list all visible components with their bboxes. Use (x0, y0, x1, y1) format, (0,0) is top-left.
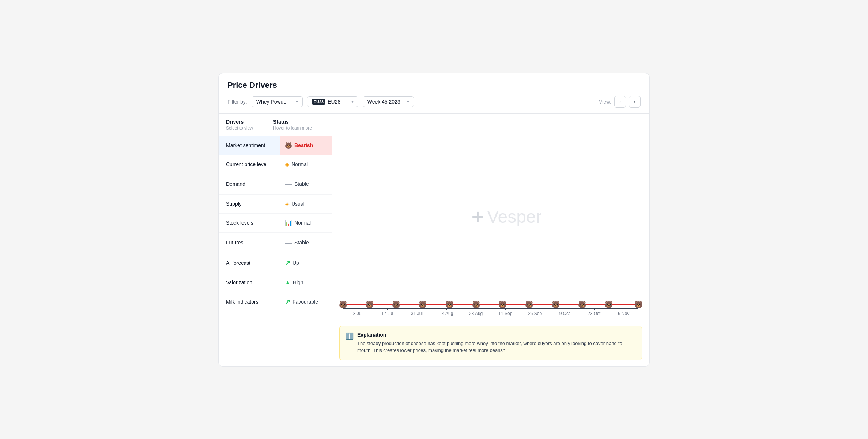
driver-row-milk[interactable]: Milk indicators ↗ Favourable (219, 292, 332, 312)
status-text-supply: Usual (291, 201, 305, 207)
driver-name-market-sentiment: Market sentiment (219, 136, 280, 154)
x-tick-4: 28 Aug (461, 311, 491, 316)
status-column-header: Status Hover to learn more (273, 119, 324, 131)
watermark: + Vesper (471, 204, 541, 229)
main-container: Price Drivers Filter by: Whey Powder ▾ E… (218, 73, 650, 367)
info-icon: ℹ️ (346, 332, 354, 354)
bear-3: 🐻 (419, 301, 427, 309)
region-filter-chevron: ▾ (351, 99, 354, 104)
favourable-icon: ↗ (285, 298, 290, 306)
explanation-content: Explanation The steady production of che… (357, 332, 636, 354)
left-panel: Drivers Select to view Status Hover to l… (219, 114, 332, 366)
driver-row-market-sentiment[interactable]: Market sentiment 🐻 Bearish (219, 136, 332, 155)
view-nav: View: ‹ › (599, 96, 641, 108)
bear-11: 🐻 (634, 301, 642, 309)
driver-row-futures[interactable]: Futures — Stable (219, 233, 332, 253)
x-tick-3: 14 Aug (431, 311, 461, 316)
x-tick-1: 17 Jul (373, 311, 402, 316)
watermark-plus: + (471, 204, 484, 229)
driver-row-ai-forecast[interactable]: AI forecast ↗ Up (219, 253, 332, 273)
filter-row: Filter by: Whey Powder ▾ EU28 EU28 ▾ Wee… (227, 96, 641, 108)
dash-icon: — (285, 180, 292, 188)
bear-4: 🐻 (445, 301, 453, 309)
driver-row-stock[interactable]: Stock levels 📊 Normal (219, 214, 332, 233)
x-axis: 3 Jul 17 Jul 31 Jul 14 Aug 28 Aug 11 Sep… (343, 308, 638, 316)
driver-status-price-level: ◈ Normal (280, 155, 332, 174)
driver-status-market-sentiment: 🐻 Bearish (280, 136, 332, 155)
status-text-demand: Stable (294, 181, 309, 187)
driver-status-supply: ◈ Usual (280, 195, 332, 213)
x-tick-5: 11 Sep (491, 311, 520, 316)
driver-status-ai-forecast: ↗ Up (280, 253, 332, 273)
driver-status-valorization: ▲ High (280, 273, 332, 292)
drivers-col-title: Drivers (226, 119, 273, 125)
nav-prev-button[interactable]: ‹ (614, 96, 626, 108)
week-filter-chevron: ▾ (407, 99, 409, 104)
status-text-ai-forecast: Up (293, 260, 299, 266)
x-tick-6: 25 Sep (520, 311, 550, 316)
product-filter-value: Whey Powder (256, 99, 288, 105)
bear-5: 🐻 (472, 301, 480, 309)
page-title: Price Drivers (227, 80, 641, 90)
main-content: Drivers Select to view Status Hover to l… (219, 114, 649, 366)
x-tick-2: 31 Jul (402, 311, 432, 316)
arrow-up-icon: ↗ (285, 259, 290, 267)
chart-area: + Vesper 🐻 🐻 🐻 🐻 🐻 🐻 (332, 114, 649, 320)
x-tick-8: 23 Oct (579, 311, 609, 316)
drivers-col-subtitle: Select to view (226, 125, 273, 131)
explanation-box: ℹ️ Explanation The steady production of … (339, 326, 642, 360)
explanation-title: Explanation (357, 332, 636, 338)
bear-1: 🐻 (366, 301, 374, 309)
status-text-market-sentiment: Bearish (294, 142, 313, 148)
view-label: View: (599, 99, 611, 105)
week-filter[interactable]: Week 45 2023 ▾ (363, 96, 414, 107)
status-text-valorization: High (293, 279, 303, 285)
driver-name-valorization: Valorization (219, 274, 280, 291)
bear-7: 🐻 (525, 301, 533, 309)
driver-status-milk: ↗ Favourable (280, 292, 332, 312)
bear-2: 🐻 (392, 301, 400, 309)
driver-row-price-level[interactable]: Current price level ◈ Normal (219, 155, 332, 174)
driver-row-demand[interactable]: Demand — Stable (219, 174, 332, 195)
driver-row-supply[interactable]: Supply ◈ Usual (219, 195, 332, 214)
filter-label: Filter by: (227, 99, 247, 105)
status-col-subtitle: Hover to learn more (273, 125, 324, 131)
bear-9: 🐻 (578, 301, 586, 309)
drivers-column-header: Drivers Select to view (226, 119, 273, 131)
region-badge: EU28 (312, 99, 326, 105)
supply-icon: ◈ (285, 200, 289, 207)
week-filter-value: Week 45 2023 (367, 99, 400, 105)
bear-10: 🐻 (605, 301, 613, 309)
region-filter[interactable]: EU28 EU28 ▾ (307, 96, 358, 107)
region-filter-value: EU28 (328, 99, 340, 105)
futures-dash-icon: — (285, 239, 292, 247)
driver-name-ai-forecast: AI forecast (219, 254, 280, 272)
driver-row-valorization[interactable]: Valorization ▲ High (219, 273, 332, 292)
status-text-futures: Stable (294, 240, 309, 245)
bear-8: 🐻 (552, 301, 560, 309)
driver-status-stock: 📊 Normal (280, 214, 332, 232)
triangle-up-icon: ▲ (285, 279, 291, 286)
driver-name-futures: Futures (219, 234, 280, 251)
nav-next-button[interactable]: › (629, 96, 641, 108)
x-tick-9: 6 Nov (609, 311, 638, 316)
driver-name-price-level: Current price level (219, 155, 280, 173)
header: Price Drivers Filter by: Whey Powder ▾ E… (219, 73, 649, 114)
diamond-icon: ◈ (285, 161, 289, 168)
product-filter[interactable]: Whey Powder ▾ (252, 96, 303, 107)
watermark-text: Vesper (487, 207, 541, 227)
driver-name-supply: Supply (219, 195, 280, 213)
status-text-milk: Favourable (293, 299, 318, 305)
status-text-stock: Normal (294, 220, 311, 226)
status-text-price-level: Normal (291, 161, 308, 167)
bar-chart-icon: 📊 (285, 220, 292, 226)
x-tick-0: 3 Jul (343, 311, 373, 316)
bear-icon: 🐻 (285, 142, 292, 149)
explanation-text: The steady production of cheese has kept… (357, 340, 636, 354)
product-filter-chevron: ▾ (296, 99, 298, 104)
panel-header: Drivers Select to view Status Hover to l… (219, 114, 332, 136)
driver-status-futures: — Stable (280, 233, 332, 253)
bear-track: 🐻 🐻 🐻 🐻 🐻 🐻 🐻 🐻 🐻 🐻 🐻 🐻 (343, 304, 638, 305)
bear-6: 🐻 (498, 301, 506, 309)
driver-name-stock: Stock levels (219, 214, 280, 232)
